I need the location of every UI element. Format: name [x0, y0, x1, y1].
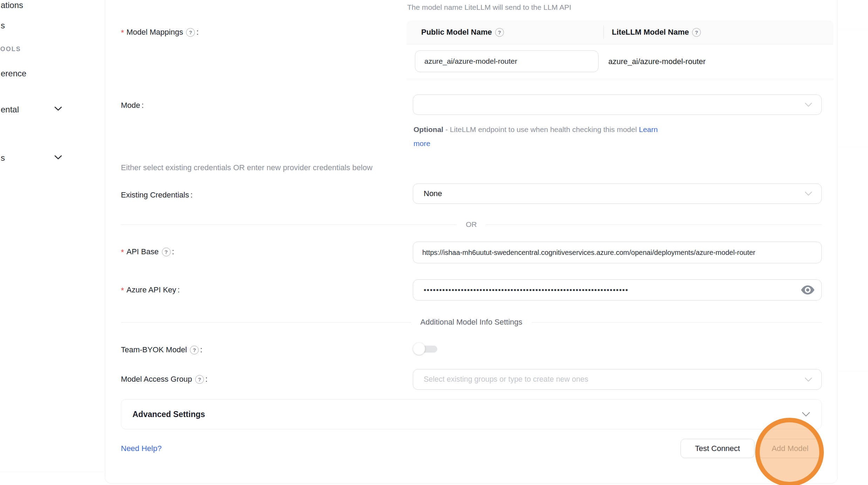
help-question-icon[interactable]: ? [195, 375, 204, 384]
add-model-form-screen: ations s TOOLS erence ental s The model … [0, 0, 868, 485]
existing-credentials-select[interactable]: None [413, 183, 822, 204]
mode-label: Mode : [121, 100, 144, 111]
mode-help-bold: Optional [414, 125, 443, 133]
label-colon: : [205, 375, 207, 384]
background-artifact-line [838, 371, 868, 372]
model-access-group-label-text: Model Access Group [121, 375, 192, 384]
background-artifact-line [838, 30, 868, 30]
chevron-down-icon [805, 192, 812, 196]
sidebar-item-s2[interactable]: s [1, 153, 5, 163]
advanced-settings-panel[interactable]: Advanced Settings [121, 399, 822, 429]
model-access-group-placeholder: Select existing groups or type to create… [424, 375, 588, 384]
help-question-icon[interactable]: ? [495, 28, 504, 37]
chevron-down-icon [54, 106, 62, 111]
label-colon: : [172, 247, 174, 256]
toggle-knob [413, 343, 425, 355]
model-mappings-table-row: azure_ai/azure-model-router azure_ai/azu… [406, 44, 833, 79]
or-divider-label: OR [457, 220, 486, 229]
eye-visibility-icon[interactable] [800, 284, 815, 296]
help-question-icon[interactable]: ? [692, 28, 701, 37]
team-byok-label: Team-BYOK Model ? : [121, 345, 202, 355]
public-model-name-header-text: Public Model Name [421, 28, 492, 37]
column-divider [603, 26, 604, 39]
additional-info-divider-label: Additional Model Info Settings [411, 318, 531, 327]
api-base-input[interactable]: https://ishaa-mh6uutut-swedencentral.cog… [413, 242, 822, 263]
add-model-button[interactable]: Add Model [758, 439, 822, 458]
label-colon: : [142, 101, 144, 110]
required-asterisk: * [121, 249, 124, 257]
sidebar-item-s[interactable]: s [1, 20, 5, 31]
advanced-settings-title: Advanced Settings [132, 410, 205, 419]
model-access-group-select[interactable]: Select existing groups or type to create… [413, 369, 822, 390]
or-divider: OR [121, 221, 822, 228]
chevron-down-icon [805, 103, 812, 107]
sidebar-item-erence[interactable]: erence [1, 68, 26, 79]
additional-info-divider: Additional Model Info Settings [121, 318, 822, 327]
divider-line [532, 322, 822, 323]
model-mappings-table: Public Model Name ? LiteLLM Model Name ?… [406, 20, 833, 79]
test-connect-button[interactable]: Test Connect [681, 439, 754, 458]
background-artifact-line [838, 147, 868, 147]
mode-label-text: Mode [121, 101, 140, 110]
learn-more-link[interactable]: more [414, 139, 430, 147]
background-artifact-line [0, 472, 104, 472]
label-colon: : [200, 345, 202, 354]
divider-line [121, 322, 411, 323]
sidebar-item-ental[interactable]: ental [1, 104, 19, 115]
azure-api-key-input[interactable]: ••••••••••••••••••••••••••••••••••••••••… [413, 279, 822, 300]
label-colon: : [178, 285, 180, 295]
need-help-link[interactable]: Need Help? [121, 444, 162, 453]
model-mappings-table-header: Public Model Name ? LiteLLM Model Name ? [406, 20, 833, 44]
azure-api-key-label-text: Azure API Key [127, 285, 176, 295]
column-header-litellm-model-name: LiteLLM Model Name ? [603, 20, 833, 44]
model-mappings-label: * Model Mappings ? : [121, 27, 199, 37]
column-header-public-model-name: Public Model Name ? [406, 20, 603, 44]
existing-credentials-value: None [424, 189, 442, 198]
label-colon: : [190, 190, 192, 200]
existing-credentials-label-text: Existing Credentials [121, 190, 189, 200]
mode-help-body: - LiteLLM endpoint to use when health ch… [445, 125, 637, 133]
public-model-name-input[interactable]: azure_ai/azure-model-router [415, 50, 599, 72]
api-base-label-text: API Base [127, 247, 159, 256]
help-question-icon[interactable]: ? [162, 248, 171, 256]
team-byok-label-text: Team-BYOK Model [121, 345, 187, 354]
model-access-group-label: Model Access Group ? : [121, 374, 207, 384]
required-asterisk: * [121, 287, 124, 295]
mode-help-text: Optional - LiteLLM endpoint to use when … [414, 123, 715, 151]
mode-select[interactable] [413, 95, 822, 115]
litellm-model-name-header-text: LiteLLM Model Name [612, 28, 689, 37]
sidebar-section-tools: TOOLS [0, 45, 21, 53]
model-mappings-label-text: Model Mappings [127, 28, 183, 37]
required-asterisk: * [121, 29, 124, 37]
chevron-down-icon [805, 377, 812, 382]
api-base-label: * API Base ? : [121, 247, 174, 257]
label-colon: : [196, 28, 198, 37]
model-name-help-text: The model name LiteLLM will send to the … [407, 3, 571, 12]
learn-more-link[interactable]: Learn [639, 125, 658, 133]
divider-line [121, 224, 457, 225]
chevron-down-icon [54, 155, 62, 160]
divider-line [486, 224, 822, 225]
credentials-note: Either select existing credentials OR en… [121, 163, 373, 172]
litellm-model-name-value: azure_ai/azure-model-router [608, 44, 706, 79]
team-byok-toggle[interactable] [413, 343, 438, 355]
azure-api-key-label: * Azure API Key : [121, 285, 180, 295]
chevron-down-icon [802, 412, 810, 417]
help-question-icon[interactable]: ? [186, 28, 195, 37]
help-question-icon[interactable]: ? [190, 346, 199, 354]
existing-credentials-label: Existing Credentials : [121, 190, 193, 200]
sidebar-item-ations[interactable]: ations [1, 0, 23, 11]
